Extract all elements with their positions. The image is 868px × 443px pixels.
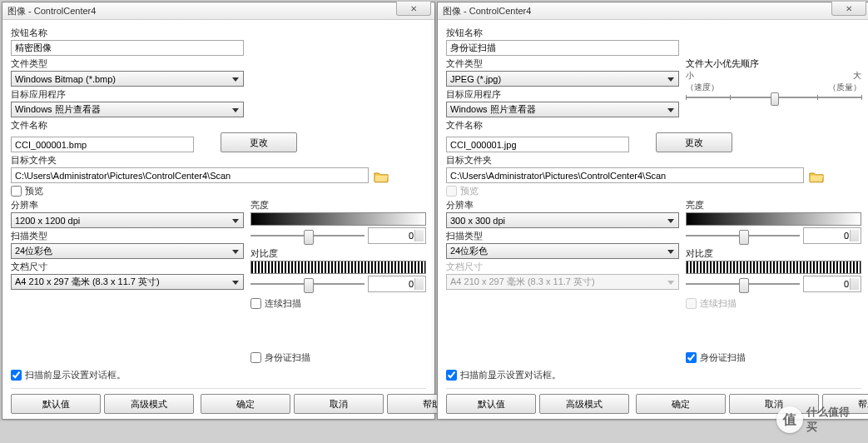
cancel-button[interactable]: 取消 <box>294 394 384 414</box>
brightness-value[interactable]: 0 <box>803 227 861 244</box>
default-button[interactable]: 默认值 <box>446 394 536 414</box>
slider-thumb[interactable] <box>304 230 314 245</box>
resolution-label: 分辨率 <box>11 199 244 212</box>
slider-thumb[interactable] <box>739 278 749 293</box>
preview-checkbox[interactable]: 预览 <box>11 185 426 197</box>
show-settings-checkbox[interactable]: 扫描前显示设置对话框。 <box>11 369 426 381</box>
file-type-label: 文件类型 <box>11 57 244 70</box>
button-name-input[interactable] <box>11 40 244 56</box>
file-type-label: 文件类型 <box>446 57 679 70</box>
brightness-gradient <box>250 212 426 226</box>
preview-checkbox: 预览 <box>446 185 861 197</box>
filename-input[interactable] <box>446 137 629 152</box>
target-folder-input[interactable] <box>11 167 369 183</box>
size-small-label: 小 <box>686 70 694 82</box>
contrast-value[interactable]: 0 <box>803 276 861 292</box>
close-button[interactable]: ✕ <box>396 2 431 16</box>
dialog-left: 图像 - ControlCenter4 ✕ 按钮名称 文件类型 Windows … <box>2 2 435 420</box>
scan-type-label: 扫描类型 <box>446 230 679 242</box>
size-speed-label: （速度） <box>686 82 719 93</box>
target-app-select[interactable]: Windows 照片查看器 <box>11 102 244 117</box>
brightness-label: 亮度 <box>686 199 861 212</box>
cancel-button[interactable]: 取消 <box>729 394 819 414</box>
filename-input[interactable] <box>11 137 194 152</box>
target-folder-label: 目标文件夹 <box>11 154 426 167</box>
id-scan-checkbox[interactable]: 身份证扫描 <box>686 351 861 364</box>
brightness-label: 亮度 <box>250 199 426 212</box>
slider-thumb[interactable] <box>739 230 749 245</box>
target-app-label: 目标应用程序 <box>446 88 679 101</box>
brightness-slider[interactable] <box>686 235 800 236</box>
ok-button[interactable]: 确定 <box>201 394 290 414</box>
size-large-label: 大 <box>853 70 861 82</box>
dialog-right: 图像 - ControlCenter4 ✕ 按钮名称 文件类型 JPEG (*.… <box>437 2 868 420</box>
brightness-slider[interactable] <box>250 235 365 236</box>
browse-folder-icon[interactable] <box>809 171 824 183</box>
scan-type-select[interactable]: 24位彩色 <box>11 243 244 259</box>
size-priority-slider[interactable] <box>686 97 861 98</box>
advanced-button[interactable]: 高级模式 <box>104 394 194 414</box>
button-name-input[interactable] <box>446 40 679 56</box>
button-name-label: 按钮名称 <box>446 27 861 39</box>
doc-size-select[interactable]: A4 210 x 297 毫米 (8.3 x 11.7 英寸) <box>11 274 244 290</box>
advanced-button[interactable]: 高级模式 <box>539 394 629 414</box>
resolution-label: 分辨率 <box>446 199 679 212</box>
browse-folder-icon[interactable] <box>374 171 389 183</box>
size-priority-label: 文件大小优先顺序 <box>686 57 861 70</box>
doc-size-label: 文档尺寸 <box>11 261 244 273</box>
change-filename-button[interactable]: 更改 <box>656 132 732 152</box>
brightness-gradient <box>686 212 861 226</box>
contrast-value[interactable]: 0 <box>368 276 426 292</box>
target-app-select[interactable]: Windows 照片查看器 <box>446 102 679 117</box>
window-title: 图像 - ControlCenter4 <box>7 5 96 17</box>
show-settings-checkbox[interactable]: 扫描前显示设置对话框。 <box>446 369 861 381</box>
slider-thumb[interactable] <box>304 278 314 293</box>
titlebar[interactable]: 图像 - ControlCenter4 ✕ <box>2 2 434 20</box>
contrast-label: 对比度 <box>686 247 861 260</box>
target-folder-label: 目标文件夹 <box>446 154 861 167</box>
ok-button[interactable]: 确定 <box>636 394 726 414</box>
change-filename-button[interactable]: 更改 <box>221 132 297 152</box>
contrast-slider[interactable] <box>686 283 800 285</box>
contrast-pattern <box>250 261 426 274</box>
size-quality-label: （质量） <box>828 82 861 93</box>
continuous-scan-checkbox[interactable]: 连续扫描 <box>250 297 426 310</box>
target-app-label: 目标应用程序 <box>11 88 244 101</box>
titlebar[interactable]: 图像 - ControlCenter4 ✕ <box>438 2 868 20</box>
file-type-select[interactable]: Windows Bitmap (*.bmp) <box>11 71 244 87</box>
id-scan-checkbox[interactable]: 身份证扫描 <box>250 351 426 364</box>
button-name-label: 按钮名称 <box>11 27 426 39</box>
resolution-select[interactable]: 1200 x 1200 dpi <box>11 212 244 228</box>
doc-size-select: A4 210 x 297 毫米 (8.3 x 11.7 英寸) <box>446 274 679 290</box>
file-type-select[interactable]: JPEG (*.jpg) <box>446 71 679 87</box>
doc-size-label: 文档尺寸 <box>446 261 679 273</box>
help-button[interactable]: 帮助 <box>822 394 868 414</box>
scan-type-label: 扫描类型 <box>11 230 244 242</box>
close-button[interactable]: ✕ <box>831 2 866 16</box>
contrast-slider[interactable] <box>250 283 365 285</box>
contrast-pattern <box>686 261 861 274</box>
slider-thumb[interactable] <box>771 92 779 106</box>
continuous-scan-checkbox: 连续扫描 <box>686 297 861 310</box>
target-folder-input[interactable] <box>446 167 804 183</box>
contrast-label: 对比度 <box>250 247 426 260</box>
window-title: 图像 - ControlCenter4 <box>443 5 531 17</box>
filename-label: 文件名称 <box>11 119 426 132</box>
resolution-select[interactable]: 300 x 300 dpi <box>446 212 679 228</box>
default-button[interactable]: 默认值 <box>11 394 101 414</box>
filename-label: 文件名称 <box>446 119 861 132</box>
brightness-value[interactable]: 0 <box>368 227 426 244</box>
scan-type-select[interactable]: 24位彩色 <box>446 243 679 259</box>
